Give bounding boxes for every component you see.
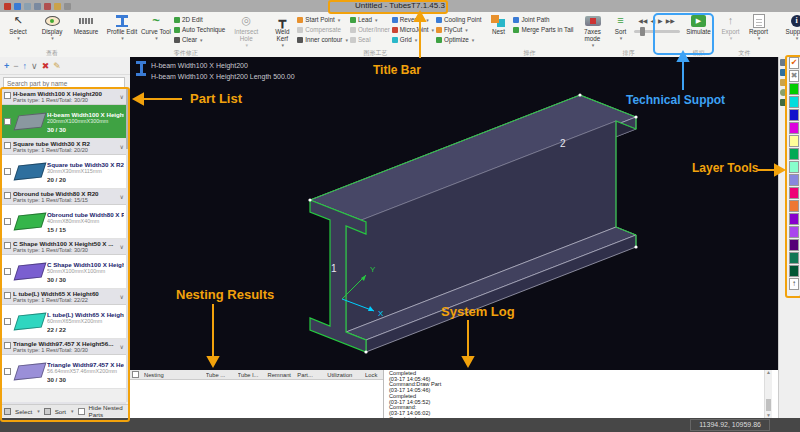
part-group-checkbox[interactable] <box>4 142 11 149</box>
part-group-header[interactable]: C Shape Width100 X Height50 X ... Parts … <box>2 239 126 255</box>
2d-edit-button[interactable]: 2D Edit <box>174 16 225 23</box>
log-scrollbar[interactable]: ▲ ▼ <box>764 370 772 418</box>
simulate-button[interactable]: ▶ Simulate <box>684 13 714 36</box>
cooling-point-button[interactable]: Cooling Point <box>436 16 481 23</box>
system-log[interactable]: Completed(03-17 14:05:46)Command:Draw Pa… <box>384 370 778 418</box>
part-item-checkbox[interactable] <box>4 368 11 375</box>
fast-forward-button[interactable]: ▶▶ <box>666 17 675 24</box>
layer-color-swatch[interactable] <box>789 96 799 108</box>
layer-color-swatch[interactable] <box>789 252 799 264</box>
part-group-checkbox[interactable] <box>4 92 11 99</box>
part-group-header[interactable]: Square tube Width30 X R2 Parts type: 1 R… <box>2 139 126 155</box>
part-list-item[interactable]: C Shape Width100 X Height 50mmX100mmX100… <box>2 255 126 289</box>
merge-parts-button[interactable]: Merge Parts in Tail <box>513 26 573 33</box>
nest-button[interactable]: Nest <box>485 13 511 36</box>
layer-color-swatch[interactable] <box>789 265 799 277</box>
part-list-item[interactable]: Obround tube Width80 X R 40mmX80mmX40mm … <box>2 205 126 239</box>
measure-button[interactable]: Measure <box>70 13 102 36</box>
7axes-mode-button[interactable]: 7axes mode▾ <box>578 13 608 48</box>
layer-up-icon[interactable]: ↑ <box>789 278 799 290</box>
layer-color-swatch[interactable] <box>789 135 799 147</box>
layer-color-swatch[interactable] <box>789 200 799 212</box>
part-item-checkbox[interactable] <box>4 218 11 225</box>
lead-button[interactable]: Lead▾ <box>350 16 390 23</box>
search-input[interactable] <box>3 77 125 89</box>
3d-viewport[interactable]: H-beam Width100 X Height200 H-beam Width… <box>130 57 778 370</box>
export-part-icon[interactable]: ∨ <box>31 61 38 71</box>
part-group-header[interactable]: Triangle Width97.457 X Height56... Parts… <box>2 339 126 355</box>
grid-button[interactable]: Grid▾ <box>392 36 434 43</box>
seal-button[interactable]: Seal <box>350 36 390 43</box>
layer-color-swatch[interactable] <box>789 148 799 160</box>
part-group-checkbox[interactable] <box>4 342 11 349</box>
chevron-down-icon[interactable]: ∨ <box>120 243 124 250</box>
chevron-down-icon[interactable]: ∨ <box>120 193 124 200</box>
part-list-item[interactable]: L tube(L) Width65 X Height 60mmX65mmX200… <box>2 305 126 339</box>
clear-button[interactable]: Clear▾ <box>174 36 225 43</box>
speed-slider[interactable] <box>634 30 680 33</box>
layer-check-icon[interactable]: ✔ <box>789 57 799 69</box>
part-group-header[interactable]: L tube(L) Width65 X Height60 Parts type:… <box>2 289 126 305</box>
outer-inner-button[interactable]: Outer/Inner <box>350 26 390 33</box>
layer-color-swatch[interactable] <box>789 239 799 251</box>
step-back-button[interactable]: ◀ <box>650 17 655 24</box>
section-view-icon[interactable] <box>780 59 787 66</box>
auto-technique-button[interactable]: Auto Technique <box>174 26 225 33</box>
step-forward-button[interactable]: ▶ <box>658 17 663 24</box>
compensate-button[interactable]: Compensate <box>297 26 348 33</box>
part-list-item[interactable]: Triangle Width97.457 X Hei 56.64mmX57.46… <box>2 355 126 389</box>
chevron-down-icon[interactable]: ∨ <box>120 143 124 150</box>
nesting-results-table[interactable]: Nesting Tube ... Tube l... Remnant Part.… <box>130 370 384 418</box>
part-group-checkbox[interactable] <box>4 192 11 199</box>
part-group-checkbox[interactable] <box>4 242 11 249</box>
layer-color-swatch[interactable] <box>789 122 799 134</box>
layer-color-swatch[interactable] <box>789 174 799 186</box>
intersect-hole-button[interactable]: ◎ Intersect Hole▾ <box>227 13 265 48</box>
slider-thumb[interactable] <box>640 27 645 36</box>
nesting-select-all-checkbox[interactable] <box>132 371 139 378</box>
sort-menu[interactable]: Sort <box>55 408 66 415</box>
part-list-item[interactable]: Square tube Width30 X R2 30mmX30mmX115mm… <box>2 155 126 189</box>
remove-part-icon[interactable]: − <box>13 61 18 71</box>
layer-color-swatch[interactable] <box>789 226 799 238</box>
layer-color-swatch[interactable] <box>789 187 799 199</box>
layer-color-swatch[interactable] <box>789 83 799 95</box>
add-part-icon[interactable]: + <box>4 61 9 71</box>
select-button[interactable]: ↖ Select▾ <box>2 13 34 41</box>
circle-select-icon[interactable] <box>780 89 787 96</box>
part-item-checkbox[interactable] <box>4 118 11 125</box>
delete-all-icon[interactable]: ✖ <box>42 61 50 71</box>
inner-contour-button[interactable]: Inner contour▾ <box>297 36 348 43</box>
microjoint-button[interactable]: MicroJoint▾ <box>392 26 434 33</box>
chevron-down-icon[interactable]: ∨ <box>120 293 124 300</box>
layer-icon[interactable] <box>780 69 787 76</box>
flycut-button[interactable]: FlyCut▾ <box>436 26 481 33</box>
support-button[interactable]: i Support▾ <box>784 13 800 41</box>
report-button[interactable]: Report▾ <box>746 13 772 41</box>
optimize-button[interactable]: Optimize▾ <box>436 36 481 43</box>
sort-button[interactable]: ≡ Sort▾ <box>610 13 632 41</box>
chevron-down-icon[interactable]: ∨ <box>120 343 124 350</box>
hide-nested-checkbox[interactable] <box>78 408 85 415</box>
chevron-down-icon[interactable]: ∨ <box>120 93 124 100</box>
rewind-button[interactable]: ◀◀ <box>638 17 647 24</box>
edit-part-icon[interactable]: ✎ <box>53 61 61 71</box>
layer-color-swatch[interactable] <box>789 109 799 121</box>
layer-none-icon[interactable]: ✖ <box>789 70 799 82</box>
curve-tool-button[interactable]: ~ Curve Tool▾ <box>140 13 172 41</box>
part-group-checkbox[interactable] <box>4 292 11 299</box>
joint-path-button[interactable]: Joint Path <box>513 16 573 23</box>
profile-edit-button[interactable]: Profile Edit▾ <box>106 13 138 41</box>
weld-kerf-button[interactable]: ┳ Weld Kerf▾ <box>269 13 295 48</box>
part-group-header[interactable]: Obround tube Width80 X R20 Parts type: 1… <box>2 189 126 205</box>
import-part-icon[interactable]: ↑ <box>23 61 28 71</box>
pen-icon[interactable] <box>780 79 787 86</box>
part-item-checkbox[interactable] <box>4 168 11 175</box>
layer-color-swatch[interactable] <box>789 213 799 225</box>
brush-icon[interactable] <box>780 99 787 106</box>
part-item-checkbox[interactable] <box>4 268 11 275</box>
start-point-button[interactable]: Start Point▾ <box>297 16 348 23</box>
part-item-checkbox[interactable] <box>4 318 11 325</box>
layer-color-swatch[interactable] <box>789 161 799 173</box>
part-group-header[interactable]: H-beam Width100 X Height200 Parts type: … <box>2 89 126 105</box>
